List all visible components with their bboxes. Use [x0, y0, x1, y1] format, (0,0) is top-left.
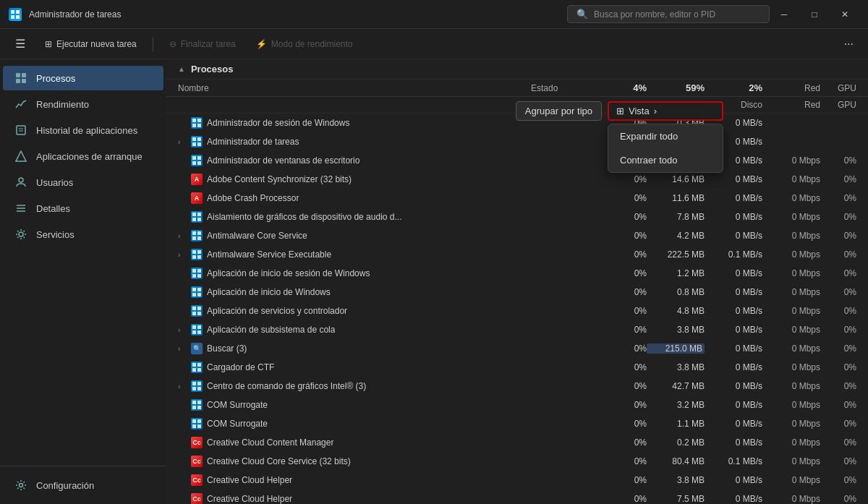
svg-rect-28	[192, 161, 196, 165]
process-disk: 0.1 MB/s	[705, 249, 762, 260]
process-gpu: 0%	[820, 155, 856, 166]
table-row[interactable]: Aislamiento de gráficos de dispositivo d…	[166, 208, 868, 226]
svg-rect-40	[192, 255, 196, 259]
table-row[interactable]: › Centro de comando de gráficos Intel® (…	[166, 377, 868, 396]
toolbar-more-button[interactable]: ···	[838, 35, 859, 54]
memory-percent: 59%	[647, 82, 705, 93]
table-row[interactable]: Cc Creative Cloud Helper 0% 7.5 MB 0 MB/…	[166, 490, 868, 504]
table-row[interactable]: Cargador de CTF 0% 3.8 MB 0 MB/s 0 Mbps …	[166, 358, 868, 377]
svg-rect-37	[197, 236, 201, 240]
servicios-icon	[14, 228, 27, 241]
svg-point-12	[19, 178, 23, 182]
sidebar-item-usuarios[interactable]: Usuarios	[3, 170, 163, 195]
process-network: 0 Mbps	[762, 362, 820, 372]
close-button[interactable]: ✕	[830, 4, 859, 25]
sidebar-item-servicios[interactable]: Servicios	[3, 222, 163, 247]
svg-rect-64	[192, 387, 196, 390]
maximize-button[interactable]: □	[800, 4, 829, 25]
sidebar-item-detalles[interactable]: Detalles	[3, 196, 163, 221]
main-layout: Procesos Rendimiento Historial de aplica…	[0, 59, 868, 504]
table-row[interactable]: A Adobe Crash Processor 0% 11.6 MB 0 MB/…	[166, 189, 868, 208]
sidebar-item-procesos[interactable]: Procesos	[3, 66, 163, 90]
search-bar[interactable]: 🔍 Busca por nombre, editor o PID	[567, 5, 770, 23]
svg-rect-53	[197, 312, 201, 315]
minimize-button[interactable]: ─	[770, 4, 799, 25]
sidebar-item-rendimiento[interactable]: Rendimiento	[3, 92, 163, 116]
process-disk: 0 MB/s	[705, 419, 762, 429]
process-gpu: 0%	[820, 343, 856, 354]
view-button[interactable]: ⊞ Vista ›	[608, 101, 723, 121]
svg-rect-39	[197, 250, 201, 254]
group-by-button[interactable]: Agrupar por tipo	[516, 101, 602, 121]
process-disk: 0 MB/s	[705, 212, 762, 222]
section-title: Procesos	[191, 64, 234, 74]
process-cpu: 0%	[596, 419, 647, 429]
process-icon	[191, 286, 203, 298]
sidebar-item-config[interactable]: Configuración	[3, 473, 163, 497]
col-name-header[interactable]: Nombre	[178, 83, 531, 93]
search-icon: 🔍	[576, 9, 588, 20]
view-and-menu: ⊞ Vista › Expandir todo Contraer todo	[608, 101, 723, 173]
process-name: Cc Creative Cloud Helper	[178, 493, 531, 504]
expand-icon[interactable]: ›	[178, 383, 187, 390]
svg-rect-32	[192, 218, 196, 221]
process-cpu: 0%	[596, 362, 647, 372]
process-memory: 215.0 MB	[647, 343, 705, 354]
table-row[interactable]: Cc Creative Cloud Helper 0% 3.8 MB 0 MB/…	[166, 471, 868, 490]
svg-rect-46	[192, 288, 196, 291]
expand-icon[interactable]: ›	[178, 345, 187, 353]
process-gpu: 0%	[820, 231, 856, 241]
process-memory: 3.2 MB	[647, 400, 705, 410]
table-row[interactable]: Cc Creative Cloud Core Service (32 bits)…	[166, 452, 868, 471]
end-task-button[interactable]: ⊖ Finalizar tarea	[162, 36, 243, 52]
col-gpu-header[interactable]: GPU	[820, 83, 856, 93]
svg-rect-26	[192, 156, 196, 160]
process-icon	[191, 155, 203, 166]
process-name: Administrador de ventanas de escritorio	[178, 155, 531, 166]
svg-rect-6	[16, 79, 20, 83]
process-gpu: 0%	[820, 456, 856, 466]
sidebar-item-historial[interactable]: Historial de aplicaciones	[3, 118, 163, 142]
table-row[interactable]: Aplicación de inicio de sesión de Window…	[166, 264, 868, 283]
table-row[interactable]: › Antimalware Core Service 0% 4.2 MB 0 M…	[166, 226, 868, 245]
view-icon: ⊞	[616, 106, 624, 116]
process-network: 0 Mbps	[762, 437, 820, 448]
expand-icon[interactable]: ›	[178, 326, 187, 334]
col-status-header[interactable]: Estado	[531, 83, 596, 93]
expand-icon[interactable]: ›	[178, 232, 187, 240]
hamburger-menu[interactable]: ☰	[9, 33, 32, 56]
process-label: Aislamiento de gráficos de dispositivo d…	[207, 212, 402, 222]
svg-rect-35	[197, 231, 201, 235]
svg-rect-5	[22, 73, 26, 77]
sidebar-item-arranque[interactable]: Aplicaciones de arranque	[3, 144, 163, 168]
svg-rect-44	[192, 274, 196, 278]
sub-net-col: Red	[762, 100, 820, 110]
process-icon	[191, 117, 203, 129]
table-row[interactable]: COM Surrogate 0% 3.2 MB 0 MB/s 0 Mbps 0%	[166, 396, 868, 414]
collapse-all-item[interactable]: Contraer todo	[608, 148, 723, 172]
table-row[interactable]: › 🔍 Buscar (3) 0% 215.0 MB 0 MB/s 0 Mbps…	[166, 339, 868, 358]
table-row[interactable]: Aplicación de inicio de Windows 0% 0.8 M…	[166, 283, 868, 302]
process-network: 0 Mbps	[762, 231, 820, 241]
table-row[interactable]: › Antimalware Service Executable 0% 222.…	[166, 245, 868, 264]
svg-rect-49	[197, 293, 201, 296]
perf-mode-button[interactable]: ⚡ Modo de rendimiento	[249, 36, 360, 52]
table-row[interactable]: › Aplicación de subsistema de cola 0% 3.…	[166, 320, 868, 339]
process-name: Aplicación de inicio de Windows	[178, 286, 531, 298]
process-name: › Antimalware Core Service	[178, 230, 531, 242]
col-network-header[interactable]: Red	[762, 83, 820, 93]
expand-icon[interactable]: ›	[178, 138, 187, 146]
process-icon	[191, 136, 203, 148]
process-label: Aplicación de inicio de Windows	[207, 287, 331, 297]
table-row[interactable]: Cc Creative Cloud Content Manager 0% 0.2…	[166, 433, 868, 452]
expand-all-item[interactable]: Expandir todo	[608, 124, 723, 148]
table-row[interactable]: COM Surrogate 0% 1.1 MB 0 MB/s 0 Mbps 0%	[166, 414, 868, 433]
svg-point-16	[19, 232, 23, 236]
process-name: COM Surrogate	[178, 399, 531, 411]
process-network: 0 Mbps	[762, 475, 820, 485]
table-row[interactable]: Aplicación de servicios y controlador 0%…	[166, 302, 868, 320]
process-memory: 14.6 MB	[647, 174, 705, 184]
new-task-button[interactable]: ⊞ Ejecutar nueva tarea	[38, 36, 144, 52]
expand-icon[interactable]: ›	[178, 251, 187, 259]
process-cpu: 0%	[596, 193, 647, 203]
